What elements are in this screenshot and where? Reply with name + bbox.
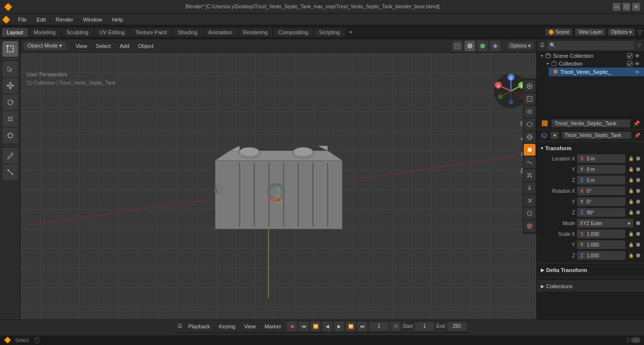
workspace-add-button[interactable]: + bbox=[346, 27, 355, 37]
location-z-field[interactable]: Z0 m bbox=[577, 176, 625, 184]
scale-y-dot[interactable] bbox=[636, 243, 640, 247]
viewport-shading-solid[interactable] bbox=[465, 41, 475, 51]
frame-start-field[interactable]: 1 bbox=[415, 322, 434, 331]
tab-rendering[interactable]: Rendering bbox=[238, 28, 272, 37]
prop-tab-physics[interactable] bbox=[524, 182, 535, 194]
tab-uv-editing[interactable]: UV Editing bbox=[94, 28, 130, 37]
maximize-button[interactable]: ☐ bbox=[622, 3, 630, 11]
outliner-filter-button[interactable]: ▽ bbox=[637, 43, 641, 48]
tank-3d-object[interactable] bbox=[200, 116, 357, 244]
rotation-z-dot[interactable] bbox=[636, 210, 640, 214]
viewport-mode-dropdown[interactable]: Object Mode ▾ bbox=[23, 42, 66, 50]
mode-dot[interactable] bbox=[636, 221, 640, 225]
rotation-y-field[interactable]: Y0° bbox=[577, 197, 625, 206]
timeline-play-button[interactable]: ▶ bbox=[334, 322, 344, 331]
prop-tab-output[interactable] bbox=[524, 93, 535, 105]
tab-shading[interactable]: Shading bbox=[173, 28, 202, 37]
location-z-lock[interactable]: 🔒 bbox=[627, 177, 634, 184]
measure-tool[interactable] bbox=[2, 164, 18, 180]
rotation-y-lock[interactable]: 🔒 bbox=[627, 198, 634, 205]
rotation-x-lock[interactable]: 🔒 bbox=[627, 187, 634, 194]
viewport-shading-material[interactable] bbox=[477, 41, 488, 51]
move-tool[interactable] bbox=[2, 78, 18, 93]
timeline-back-button[interactable]: ◀ bbox=[322, 322, 332, 331]
location-z-dot[interactable] bbox=[636, 178, 640, 182]
tab-texture-paint[interactable]: Texture Paint bbox=[131, 28, 172, 37]
mesh-name-field[interactable]: Tricel_Vento_Septic_Tank bbox=[562, 132, 631, 139]
tab-sculpting[interactable]: Sculpting bbox=[62, 28, 93, 37]
prop-tab-object[interactable] bbox=[524, 144, 535, 156]
options-overlay-button[interactable]: Options ▾ bbox=[507, 42, 533, 49]
menu-file[interactable]: File bbox=[14, 16, 31, 23]
rotation-x-dot[interactable] bbox=[636, 189, 640, 193]
mesh-pin-button[interactable]: 📌 bbox=[634, 133, 640, 138]
tab-animation[interactable]: Animation bbox=[203, 28, 237, 37]
rotation-mode-dropdown[interactable]: XYZ Euler ▾ bbox=[577, 219, 633, 228]
tab-scripting[interactable]: Scripting bbox=[314, 28, 345, 37]
transform-header[interactable]: ▾ Transform bbox=[537, 143, 644, 153]
location-x-dot[interactable] bbox=[636, 157, 640, 161]
scene-canvas[interactable]: User Perspective (1) Collection | Tricel… bbox=[21, 53, 536, 320]
scale-z-field[interactable]: Z1.000 bbox=[577, 251, 625, 260]
menu-edit[interactable]: Edit bbox=[33, 16, 50, 23]
options-button[interactable]: Options ▾ bbox=[608, 28, 635, 36]
outliner-collection[interactable]: ▾ Collection bbox=[543, 60, 644, 68]
scale-y-lock[interactable]: 🔒 bbox=[627, 241, 634, 248]
menu-window[interactable]: Window bbox=[79, 16, 106, 23]
fps-display[interactable]: ⏱ bbox=[391, 322, 400, 331]
scale-x-dot[interactable] bbox=[636, 232, 640, 236]
scale-x-field[interactable]: X1.000 bbox=[577, 230, 625, 238]
collection-check-icon[interactable] bbox=[627, 61, 633, 67]
tab-compositing[interactable]: Compositing bbox=[273, 28, 313, 37]
timeline-end-button[interactable]: ⏭ bbox=[357, 322, 367, 331]
outliner-search-input[interactable] bbox=[548, 41, 634, 50]
select-box-tool[interactable] bbox=[2, 41, 18, 57]
rotate-tool[interactable] bbox=[2, 94, 18, 110]
annotate-tool[interactable] bbox=[2, 148, 18, 163]
outliner-menu-button[interactable]: ☰ bbox=[540, 42, 545, 48]
mesh-dropdown[interactable]: ▾ bbox=[551, 132, 559, 139]
cursor-tool[interactable] bbox=[2, 61, 18, 77]
rotation-z-field[interactable]: Z90° bbox=[577, 208, 625, 217]
playback-menu[interactable]: Playback bbox=[185, 322, 213, 330]
timeline-view-menu[interactable]: View bbox=[241, 322, 259, 330]
viewport-view-menu[interactable]: View bbox=[72, 42, 90, 50]
viewport-shading-rendered[interactable] bbox=[490, 41, 501, 51]
scale-y-field[interactable]: Y1.000 bbox=[577, 240, 625, 249]
scale-tool[interactable] bbox=[2, 111, 18, 127]
scene-collection-eye-icon[interactable] bbox=[634, 53, 640, 59]
prop-tab-modifier[interactable] bbox=[524, 157, 535, 168]
marker-menu[interactable]: Marker bbox=[262, 322, 284, 330]
timeline-menu-button[interactable]: ☰ bbox=[178, 323, 182, 329]
prop-tab-particles[interactable] bbox=[524, 169, 535, 181]
object-eye-icon[interactable] bbox=[634, 69, 640, 75]
menu-render[interactable]: Render bbox=[52, 16, 77, 23]
outliner-scene-collection[interactable]: ▾ Scene Collection bbox=[537, 52, 644, 60]
render-engine-selector[interactable]: 🔶 Scene bbox=[545, 28, 572, 36]
scale-z-lock[interactable]: 🔒 bbox=[627, 252, 634, 259]
location-y-dot[interactable] bbox=[636, 167, 640, 171]
menu-help[interactable]: Help bbox=[108, 16, 127, 23]
location-y-field[interactable]: Y0 m bbox=[577, 165, 625, 174]
collections-panel-header[interactable]: ▶ Collections bbox=[537, 281, 644, 292]
timeline-start-button[interactable]: ⏮ bbox=[299, 322, 309, 331]
prop-tab-render[interactable] bbox=[524, 80, 535, 92]
viewport-shading-wire[interactable] bbox=[452, 41, 463, 51]
object-name-field[interactable]: Tricel_Vento_Septic_Tank bbox=[552, 119, 630, 127]
location-y-lock[interactable]: 🔒 bbox=[627, 166, 634, 173]
scale-x-lock[interactable]: 🔒 bbox=[627, 230, 634, 237]
prop-tab-constraints[interactable] bbox=[524, 195, 535, 207]
minimize-button[interactable]: — bbox=[613, 3, 621, 11]
viewport-object-menu[interactable]: Object bbox=[135, 42, 156, 50]
keying-menu[interactable]: Keying bbox=[216, 322, 239, 330]
location-x-field[interactable]: X0 m bbox=[577, 154, 625, 163]
timeline-forward-button[interactable]: ⏩ bbox=[346, 322, 355, 331]
viewport-3d[interactable]: Object Mode ▾ View Select Add Object bbox=[21, 39, 536, 320]
viewport-add-menu[interactable]: Add bbox=[117, 42, 133, 50]
location-x-lock[interactable]: 🔒 bbox=[627, 155, 634, 162]
rotation-y-dot[interactable] bbox=[636, 200, 640, 204]
timeline-record-button[interactable]: ⏺ bbox=[287, 322, 297, 331]
filter-icon[interactable]: ▽ bbox=[638, 29, 642, 36]
frame-current-field[interactable]: 1 bbox=[369, 322, 389, 331]
timeline-prev-button[interactable]: ⏪ bbox=[311, 322, 320, 331]
